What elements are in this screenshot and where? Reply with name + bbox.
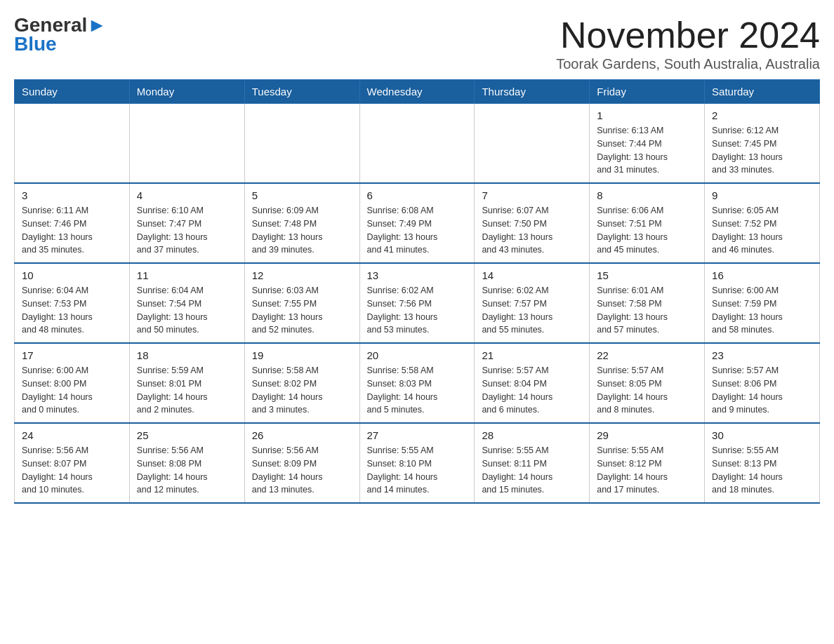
day-info: Sunrise: 6:00 AM Sunset: 7:59 PM Dayligh…	[712, 284, 812, 337]
table-row: 10Sunrise: 6:04 AM Sunset: 7:53 PM Dayli…	[15, 263, 130, 343]
day-number: 14	[482, 269, 582, 281]
day-info: Sunrise: 6:09 AM Sunset: 7:48 PM Dayligh…	[252, 204, 352, 257]
table-row: 18Sunrise: 5:59 AM Sunset: 8:01 PM Dayli…	[129, 343, 244, 423]
day-info: Sunrise: 6:04 AM Sunset: 7:54 PM Dayligh…	[137, 284, 237, 337]
day-number: 21	[482, 349, 582, 361]
table-row: 14Sunrise: 6:02 AM Sunset: 7:57 PM Dayli…	[475, 263, 590, 343]
day-info: Sunrise: 5:56 AM Sunset: 8:09 PM Dayligh…	[252, 444, 352, 497]
table-row: 7Sunrise: 6:07 AM Sunset: 7:50 PM Daylig…	[475, 183, 590, 263]
day-info: Sunrise: 6:07 AM Sunset: 7:50 PM Dayligh…	[482, 204, 582, 257]
day-number: 8	[597, 189, 697, 201]
table-row: 4Sunrise: 6:10 AM Sunset: 7:47 PM Daylig…	[129, 183, 244, 263]
col-tuesday: Tuesday	[244, 80, 359, 104]
day-info: Sunrise: 5:59 AM Sunset: 8:01 PM Dayligh…	[137, 364, 237, 417]
day-info: Sunrise: 6:02 AM Sunset: 7:56 PM Dayligh…	[367, 284, 468, 337]
day-number: 30	[712, 429, 812, 441]
table-row	[15, 104, 130, 184]
day-number: 1	[597, 109, 697, 121]
table-row: 5Sunrise: 6:09 AM Sunset: 7:48 PM Daylig…	[244, 183, 359, 263]
col-monday: Monday	[129, 80, 244, 104]
day-number: 7	[482, 189, 582, 201]
table-row: 3Sunrise: 6:11 AM Sunset: 7:46 PM Daylig…	[15, 183, 130, 263]
day-info: Sunrise: 5:55 AM Sunset: 8:12 PM Dayligh…	[597, 444, 697, 497]
table-row: 26Sunrise: 5:56 AM Sunset: 8:09 PM Dayli…	[244, 423, 359, 503]
table-row: 12Sunrise: 6:03 AM Sunset: 7:55 PM Dayli…	[244, 263, 359, 343]
day-info: Sunrise: 5:56 AM Sunset: 8:07 PM Dayligh…	[22, 444, 122, 497]
table-row: 28Sunrise: 5:55 AM Sunset: 8:11 PM Dayli…	[475, 423, 590, 503]
table-row	[129, 104, 244, 184]
table-row: 9Sunrise: 6:05 AM Sunset: 7:52 PM Daylig…	[705, 183, 820, 263]
day-info: Sunrise: 5:55 AM Sunset: 8:10 PM Dayligh…	[367, 444, 468, 497]
col-sunday: Sunday	[15, 80, 130, 104]
day-number: 5	[252, 189, 352, 201]
table-row: 24Sunrise: 5:56 AM Sunset: 8:07 PM Dayli…	[15, 423, 130, 503]
day-info: Sunrise: 5:58 AM Sunset: 8:03 PM Dayligh…	[367, 364, 468, 417]
table-row: 16Sunrise: 6:00 AM Sunset: 7:59 PM Dayli…	[705, 263, 820, 343]
table-row: 21Sunrise: 5:57 AM Sunset: 8:04 PM Dayli…	[475, 343, 590, 423]
day-number: 23	[712, 349, 812, 361]
day-info: Sunrise: 5:58 AM Sunset: 8:02 PM Dayligh…	[252, 364, 352, 417]
table-row: 27Sunrise: 5:55 AM Sunset: 8:10 PM Dayli…	[359, 423, 475, 503]
day-number: 10	[22, 269, 122, 281]
day-number: 25	[137, 429, 237, 441]
day-number: 26	[252, 429, 352, 441]
day-number: 12	[252, 269, 352, 281]
day-number: 6	[367, 189, 468, 201]
table-row: 25Sunrise: 5:56 AM Sunset: 8:08 PM Dayli…	[129, 423, 244, 503]
table-row: 15Sunrise: 6:01 AM Sunset: 7:58 PM Dayli…	[590, 263, 705, 343]
day-number: 18	[137, 349, 237, 361]
day-info: Sunrise: 6:06 AM Sunset: 7:51 PM Dayligh…	[597, 204, 697, 257]
day-info: Sunrise: 6:05 AM Sunset: 7:52 PM Dayligh…	[712, 204, 812, 257]
day-info: Sunrise: 6:01 AM Sunset: 7:58 PM Dayligh…	[597, 284, 697, 337]
day-number: 29	[597, 429, 697, 441]
day-info: Sunrise: 6:08 AM Sunset: 7:49 PM Dayligh…	[367, 204, 468, 257]
table-row: 23Sunrise: 5:57 AM Sunset: 8:06 PM Dayli…	[705, 343, 820, 423]
day-number: 3	[22, 189, 122, 201]
table-row: 30Sunrise: 5:55 AM Sunset: 8:13 PM Dayli…	[705, 423, 820, 503]
calendar-week-row: 17Sunrise: 6:00 AM Sunset: 8:00 PM Dayli…	[15, 343, 820, 423]
day-number: 13	[367, 269, 468, 281]
calendar-week-row: 10Sunrise: 6:04 AM Sunset: 7:53 PM Dayli…	[15, 263, 820, 343]
table-row: 20Sunrise: 5:58 AM Sunset: 8:03 PM Dayli…	[359, 343, 475, 423]
day-number: 24	[22, 429, 122, 441]
location-title: Toorak Gardens, South Australia, Austral…	[556, 56, 820, 72]
table-row: 8Sunrise: 6:06 AM Sunset: 7:51 PM Daylig…	[590, 183, 705, 263]
logo-triangle-icon: ►	[87, 14, 107, 36]
day-info: Sunrise: 5:55 AM Sunset: 8:13 PM Dayligh…	[712, 444, 812, 497]
calendar-header-row: Sunday Monday Tuesday Wednesday Thursday…	[15, 80, 820, 104]
logo-blue: Blue	[14, 33, 57, 55]
day-info: Sunrise: 6:11 AM Sunset: 7:46 PM Dayligh…	[22, 204, 122, 257]
table-row: 6Sunrise: 6:08 AM Sunset: 7:49 PM Daylig…	[359, 183, 475, 263]
day-info: Sunrise: 6:02 AM Sunset: 7:57 PM Dayligh…	[482, 284, 582, 337]
col-wednesday: Wednesday	[359, 80, 475, 104]
day-info: Sunrise: 6:13 AM Sunset: 7:44 PM Dayligh…	[597, 124, 697, 177]
col-saturday: Saturday	[705, 80, 820, 104]
day-info: Sunrise: 6:04 AM Sunset: 7:53 PM Dayligh…	[22, 284, 122, 337]
day-number: 28	[482, 429, 582, 441]
day-number: 2	[712, 109, 812, 121]
day-number: 22	[597, 349, 697, 361]
day-number: 17	[22, 349, 122, 361]
table-row: 1Sunrise: 6:13 AM Sunset: 7:44 PM Daylig…	[590, 104, 705, 184]
table-row: 17Sunrise: 6:00 AM Sunset: 8:00 PM Dayli…	[15, 343, 130, 423]
calendar-week-row: 3Sunrise: 6:11 AM Sunset: 7:46 PM Daylig…	[15, 183, 820, 263]
table-row: 13Sunrise: 6:02 AM Sunset: 7:56 PM Dayli…	[359, 263, 475, 343]
day-number: 15	[597, 269, 697, 281]
day-number: 27	[367, 429, 468, 441]
calendar-table: Sunday Monday Tuesday Wednesday Thursday…	[14, 79, 820, 504]
calendar-week-row: 24Sunrise: 5:56 AM Sunset: 8:07 PM Dayli…	[15, 423, 820, 503]
table-row	[359, 104, 475, 184]
table-row	[244, 104, 359, 184]
day-info: Sunrise: 6:03 AM Sunset: 7:55 PM Dayligh…	[252, 284, 352, 337]
col-thursday: Thursday	[475, 80, 590, 104]
day-number: 16	[712, 269, 812, 281]
calendar-week-row: 1Sunrise: 6:13 AM Sunset: 7:44 PM Daylig…	[15, 104, 820, 184]
day-info: Sunrise: 5:57 AM Sunset: 8:04 PM Dayligh…	[482, 364, 582, 417]
day-info: Sunrise: 5:57 AM Sunset: 8:06 PM Dayligh…	[712, 364, 812, 417]
table-row: 2Sunrise: 6:12 AM Sunset: 7:45 PM Daylig…	[705, 104, 820, 184]
day-number: 11	[137, 269, 237, 281]
day-number: 9	[712, 189, 812, 201]
day-number: 19	[252, 349, 352, 361]
day-info: Sunrise: 6:10 AM Sunset: 7:47 PM Dayligh…	[137, 204, 237, 257]
logo: General► Blue	[14, 14, 107, 55]
